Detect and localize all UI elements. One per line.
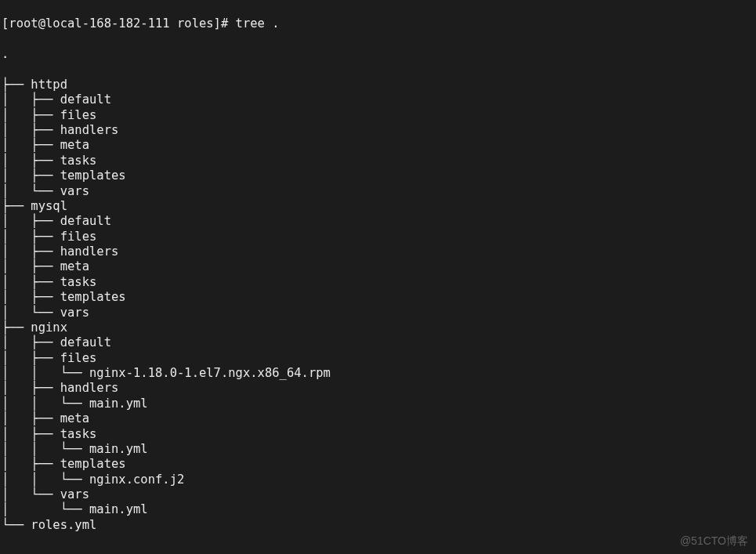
tree-line: │ │ └── nginx-1.18.0-1.el7.ngx.x86_64.rp… [2,366,754,381]
tree-line: │ ├── tasks [2,275,754,290]
tree-line: │ └── main.yml [2,502,754,517]
tree-line: │ ├── meta [2,138,754,153]
tree-line: │ ├── default [2,335,754,350]
tree-line: │ ├── handlers [2,123,754,138]
tree-line: │ ├── tasks [2,427,754,442]
tree-line: ├── nginx [2,320,754,335]
tree-line: │ ├── default [2,92,754,107]
tree-line: │ ├── default [2,214,754,229]
tree-line: │ ├── meta [2,411,754,426]
tree-line: │ │ └── nginx.conf.j2 [2,473,754,487]
tree-line: │ ├── files [2,230,754,244]
tree-line: └── roles.yml [2,518,754,533]
terminal-output[interactable]: [root@local-168-182-111 roles]# tree . .… [0,0,756,554]
tree-line: │ └── vars [2,487,754,502]
tree-body: ├── httpd│ ├── default│ ├── files│ ├── h… [2,78,754,533]
tree-line: │ ├── files [2,108,754,123]
tree-root-dot: . [2,47,754,62]
tree-line: │ ├── templates [2,168,754,183]
tree-line: ├── httpd [2,78,754,92]
tree-line: │ ├── tasks [2,154,754,168]
tree-line: │ └── vars [2,184,754,199]
tree-line: │ ├── templates [2,457,754,472]
tree-line: │ ├── handlers [2,381,754,396]
tree-line: │ │ └── main.yml [2,442,754,457]
tree-line: │ │ └── main.yml [2,396,754,411]
tree-line: │ └── vars [2,306,754,320]
tree-line: ├── mysql [2,199,754,214]
tree-line: │ ├── handlers [2,244,754,259]
tree-line: │ ├── files [2,351,754,366]
prompt-line-1: [root@local-168-182-111 roles]# tree . [2,16,754,31]
tree-line: │ ├── meta [2,259,754,274]
tree-line: │ ├── templates [2,290,754,305]
